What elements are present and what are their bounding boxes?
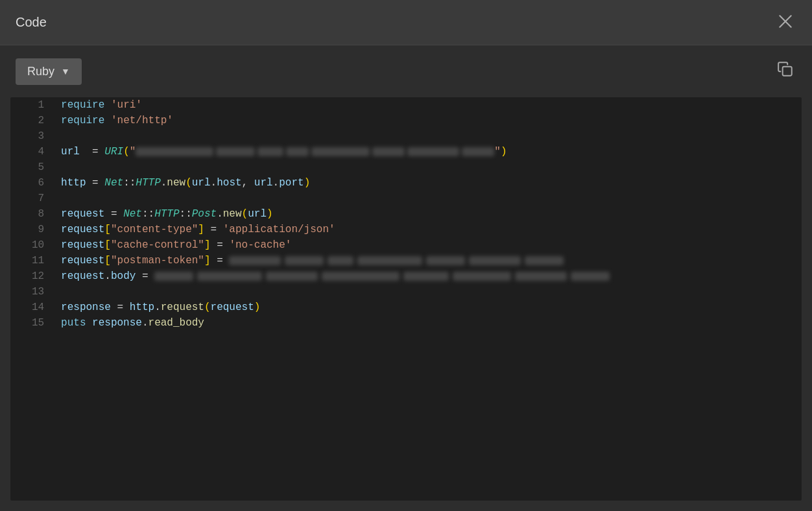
language-dropdown[interactable]: Ruby ▼	[16, 58, 82, 85]
line-number: 3	[10, 128, 54, 144]
table-row: 6 http = Net::HTTP.new(url.host, url.por…	[10, 175, 802, 191]
line-code: request["postman-token"] =	[54, 253, 802, 268]
toolbar: Ruby ▼	[0, 45, 812, 97]
line-number: 7	[10, 191, 54, 206]
close-button[interactable]	[774, 10, 796, 35]
table-row: 15 puts response.read_body	[10, 315, 802, 331]
line-number: 8	[10, 206, 54, 222]
line-code	[54, 128, 802, 144]
table-row: 12 request.body =	[10, 268, 802, 284]
line-code: require 'net/http'	[54, 113, 802, 128]
table-row: 10 request["cache-control"] = 'no-cache'	[10, 237, 802, 253]
language-label: Ruby	[27, 65, 54, 78]
table-row: 8 request = Net::HTTP::Post.new(url)	[10, 206, 802, 222]
table-row: 3	[10, 128, 802, 144]
line-number: 15	[10, 315, 54, 331]
line-number: 9	[10, 222, 54, 237]
code-container[interactable]: 1 require 'uri' 2 require 'net/http' 3 4…	[10, 97, 802, 501]
line-number: 13	[10, 284, 54, 300]
line-number: 4	[10, 144, 54, 160]
line-code	[54, 160, 802, 175]
line-code	[54, 191, 802, 206]
table-row: 5	[10, 160, 802, 175]
svg-rect-2	[783, 67, 792, 76]
line-code: puts response.read_body	[54, 315, 802, 331]
line-number: 5	[10, 160, 54, 175]
line-code: request["cache-control"] = 'no-cache'	[54, 237, 802, 253]
table-row: 14 response = http.request(request)	[10, 300, 802, 315]
line-number: 6	[10, 175, 54, 191]
table-row: 4 url = URI("")	[10, 144, 802, 160]
table-row: 13	[10, 284, 802, 300]
line-number: 14	[10, 300, 54, 315]
table-row: 9 request["content-type"] = 'application…	[10, 222, 802, 237]
modal-header: Code	[0, 0, 812, 45]
copy-button[interactable]	[774, 58, 796, 84]
line-code: http = Net::HTTP.new(url.host, url.port)	[54, 175, 802, 191]
modal-title: Code	[16, 15, 47, 30]
line-number: 1	[10, 97, 54, 113]
line-number: 2	[10, 113, 54, 128]
line-code	[54, 284, 802, 300]
line-number: 10	[10, 237, 54, 253]
line-code: url = URI("")	[54, 144, 802, 160]
line-code: response = http.request(request)	[54, 300, 802, 315]
code-table: 1 require 'uri' 2 require 'net/http' 3 4…	[10, 97, 802, 331]
copy-icon	[777, 61, 794, 78]
chevron-down-icon: ▼	[61, 66, 70, 77]
table-row: 7	[10, 191, 802, 206]
close-icon	[777, 13, 794, 30]
line-code: request.body =	[54, 268, 802, 284]
line-number: 12	[10, 268, 54, 284]
line-code: request["content-type"] = 'application/j…	[54, 222, 802, 237]
line-number: 11	[10, 253, 54, 268]
table-row: 1 require 'uri'	[10, 97, 802, 113]
line-code: request = Net::HTTP::Post.new(url)	[54, 206, 802, 222]
table-row: 11 request["postman-token"] =	[10, 253, 802, 268]
table-row: 2 require 'net/http'	[10, 113, 802, 128]
line-code: require 'uri'	[54, 97, 802, 113]
